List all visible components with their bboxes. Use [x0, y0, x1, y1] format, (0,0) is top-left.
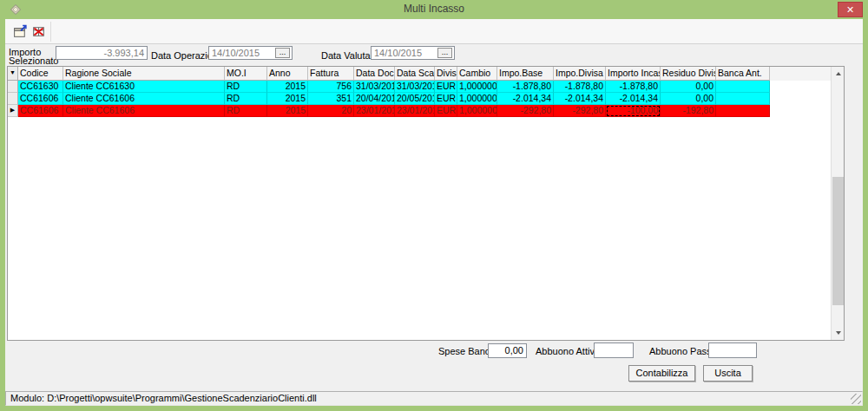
post-window-button[interactable]: [11, 23, 30, 41]
contabilizza-button[interactable]: Contabilizza: [628, 365, 695, 382]
grid-cell[interactable]: 20/04/2015: [354, 93, 395, 105]
grid-column-header[interactable]: Cambio: [457, 67, 497, 81]
grid-cell[interactable]: RD: [225, 81, 267, 93]
grid-cell[interactable]: -2.014,34: [497, 93, 554, 105]
grid-cell[interactable]: 2015: [267, 81, 308, 93]
grid-cell[interactable]: [716, 105, 770, 117]
vertical-scrollbar[interactable]: [831, 67, 844, 340]
titlebar: Multi Incasso ✕: [0, 0, 868, 19]
grid-cell[interactable]: 2015: [267, 105, 308, 117]
statusbar: Modulo: D:\Progetti\opwsuite\Programmi\G…: [5, 391, 863, 406]
grid-column-header[interactable]: Divisa: [435, 67, 457, 81]
grid-cell[interactable]: CC61606: [18, 105, 63, 117]
resize-grip[interactable]: [851, 394, 861, 404]
grid-cell[interactable]: -100,00: [606, 105, 661, 117]
remove-selection-icon: [31, 24, 46, 39]
scroll-down-button[interactable]: [832, 326, 845, 340]
grid-column-header[interactable]: MO.I: [225, 67, 267, 81]
grid-cell[interactable]: CC61630: [18, 81, 63, 93]
grid-cell[interactable]: -292,80: [554, 105, 606, 117]
data-valuta-label: Data Valuta: [321, 50, 371, 61]
grid-cell[interactable]: 2015: [267, 93, 308, 105]
grid-cell[interactable]: Cliente CC61606: [63, 93, 225, 105]
data-operazione-picker-button[interactable]: ...: [275, 48, 290, 58]
grid-cell[interactable]: Cliente CC61630: [63, 81, 225, 93]
grid-column-header[interactable]: Ragione Sociale: [63, 67, 225, 81]
toolbar-divider: [50, 22, 51, 42]
grid-cell[interactable]: -2.014,34: [606, 93, 661, 105]
grid-column-header[interactable]: Data Doc.: [354, 67, 395, 81]
importo-selezionato-label: Importo Selezionato: [9, 48, 59, 65]
grid-column-header[interactable]: Codice: [18, 67, 63, 81]
grid-column-header[interactable]: Importo Incassato: [606, 67, 661, 81]
grid-cell[interactable]: 23/01/2015: [354, 105, 395, 117]
close-button[interactable]: ✕: [838, 2, 863, 17]
grid-cell[interactable]: 1,000000: [457, 105, 497, 117]
grid-cell[interactable]: -2.014,34: [554, 93, 606, 105]
grid-header: ▼CodiceRagione SocialeMO.IAnnoFatturaDat…: [8, 67, 844, 81]
abbuono-attivo-field[interactable]: [594, 342, 634, 358]
grid-cell[interactable]: Cliente CC61606: [63, 105, 225, 117]
grid-row[interactable]: ▶CC61606Cliente CC61606RD20152023/01/201…: [8, 105, 844, 117]
grid-cell[interactable]: EUR: [435, 81, 457, 93]
grid-row[interactable]: CC61630Cliente CC61630RD201575631/03/201…: [8, 81, 844, 93]
grid-cell[interactable]: 31/03/2015: [395, 81, 435, 93]
grid-cell[interactable]: -1.878,80: [554, 81, 606, 93]
grid-row[interactable]: CC61606Cliente CC61606RD201535120/04/201…: [8, 93, 844, 105]
grid-cell[interactable]: 31/03/2015: [354, 81, 395, 93]
grid-cell[interactable]: [716, 81, 770, 93]
grid-cell[interactable]: -292,80: [497, 105, 554, 117]
client-area: Importo Selezionato -3.993,14 Data Opera…: [5, 19, 863, 406]
grid-column-header[interactable]: Impo.Base: [497, 67, 554, 81]
grid-cell[interactable]: RD: [225, 105, 267, 117]
grid-cell[interactable]: -1.878,80: [606, 81, 661, 93]
uscita-button[interactable]: Uscita: [703, 365, 753, 382]
grid-column-header[interactable]: Residuo Divisa: [661, 67, 716, 81]
grid-cell[interactable]: RD: [225, 93, 267, 105]
row-selector-cell[interactable]: [8, 81, 18, 93]
data-operazione-field[interactable]: 14/10/2015 ...: [208, 46, 293, 60]
grid-cell[interactable]: [716, 93, 770, 105]
remove-selection-button[interactable]: [30, 23, 48, 41]
grid-cell[interactable]: EUR: [435, 105, 457, 117]
grid-cell[interactable]: EUR: [435, 93, 457, 105]
row-selector-cell[interactable]: ▶: [8, 105, 18, 117]
grid-column-header[interactable]: Banca Ant.: [716, 67, 770, 81]
grid-cell[interactable]: -192,80: [661, 105, 716, 117]
grid-column-header[interactable]: Anno: [267, 67, 308, 81]
grid-cell[interactable]: 23/01/2015: [395, 105, 435, 117]
grid-selector-header[interactable]: ▼: [8, 67, 18, 81]
grid-cell[interactable]: 351: [308, 93, 354, 105]
row-selector-cell[interactable]: [8, 93, 18, 105]
grid-column-header[interactable]: Data Scad.: [395, 67, 435, 81]
spese-banca-field[interactable]: 0,00: [488, 343, 527, 358]
status-module-text: Modulo: D:\Progetti\opwsuite\Programmi\G…: [10, 393, 317, 403]
multi-incasso-window: Multi Incasso ✕: [0, 0, 868, 411]
grid-cell[interactable]: 756: [308, 81, 354, 93]
data-valuta-field[interactable]: 14/10/2015 ...: [371, 46, 455, 60]
grid-cell[interactable]: 1,000000: [457, 93, 497, 105]
abbuono-passivo-field[interactable]: [708, 342, 757, 358]
grid-body: CC61630Cliente CC61630RD201575631/03/201…: [8, 81, 844, 117]
window-title: Multi Incasso: [0, 3, 868, 15]
grid-cell[interactable]: -1.878,80: [497, 81, 554, 93]
scrollbar-thumb[interactable]: [832, 177, 844, 305]
grid-column-header[interactable]: Fattura: [308, 67, 354, 81]
scroll-up-button[interactable]: [832, 67, 845, 81]
data-valuta-picker-button[interactable]: ...: [437, 48, 452, 58]
grid-cell[interactable]: 1,000000: [457, 81, 497, 93]
grid-column-header[interactable]: Impo.Divisa: [554, 67, 606, 81]
scroll-up-icon: [836, 72, 841, 75]
incassi-grid[interactable]: ▼CodiceRagione SocialeMO.IAnnoFatturaDat…: [7, 66, 845, 341]
importo-selezionato-field[interactable]: -3.993,14: [56, 46, 148, 60]
post-window-icon: [13, 24, 28, 39]
toolbar: [5, 19, 863, 44]
abbuono-attivo-label: Abbuono Attivo: [536, 346, 600, 356]
scroll-down-icon: [836, 331, 841, 335]
grid-cell[interactable]: 0,00: [661, 81, 716, 93]
grid-cell[interactable]: 0,00: [661, 93, 716, 105]
grid-cell[interactable]: 20/05/2015: [395, 93, 435, 105]
spese-banca-label: Spese Banca: [438, 346, 495, 356]
grid-cell[interactable]: 20: [308, 105, 354, 117]
grid-cell[interactable]: CC61606: [18, 93, 63, 105]
